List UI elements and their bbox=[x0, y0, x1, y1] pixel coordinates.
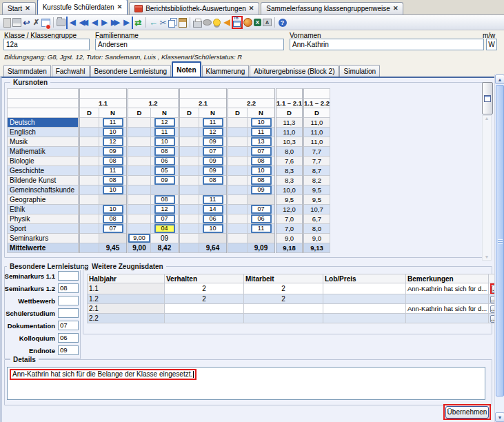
excel-export-icon[interactable]: X bbox=[253, 17, 262, 29]
grade-input[interactable]: 10 bbox=[99, 185, 128, 195]
delete-icon[interactable]: ✗ bbox=[32, 17, 41, 29]
grade-input[interactable]: 08 bbox=[99, 176, 128, 185]
grade-input[interactable]: 10 bbox=[99, 128, 128, 137]
endnote-input[interactable]: 09 bbox=[58, 345, 79, 355]
grade-input[interactable]: 09 bbox=[151, 176, 179, 185]
grade-input[interactable]: 14 bbox=[199, 205, 228, 214]
verhalten-cell[interactable]: 2 bbox=[165, 283, 244, 294]
lob-cell[interactable] bbox=[323, 294, 406, 304]
subject-cell[interactable]: Gemeinschaftskunde bbox=[8, 185, 79, 195]
grade-input[interactable]: 09 bbox=[99, 147, 128, 157]
tab-klammerung[interactable]: Klammerung bbox=[202, 65, 250, 77]
verhalten-cell[interactable] bbox=[165, 304, 244, 314]
dokumentation-input[interactable]: 07 bbox=[58, 321, 79, 330]
tab-sammelerfassung[interactable]: Sammelerfassung klassengruppenweise✕ bbox=[261, 2, 403, 14]
schuelerstudium-input[interactable] bbox=[58, 308, 79, 318]
scrollbar-thumb[interactable] bbox=[496, 85, 504, 396]
mw-input[interactable]: W bbox=[486, 39, 497, 50]
nav-fast-back-icon[interactable]: ◀◀ bbox=[78, 17, 90, 29]
grade-input[interactable]: 12 bbox=[151, 118, 179, 128]
mitarbeit-cell[interactable] bbox=[244, 314, 323, 323]
subject-cell[interactable]: Mathematik bbox=[8, 147, 79, 157]
tip-lightbulb-icon[interactable] bbox=[212, 17, 221, 29]
subject-cell[interactable]: Biologie bbox=[8, 157, 79, 166]
grade-input[interactable]: 08 bbox=[248, 157, 276, 166]
grade-input[interactable]: 11 bbox=[199, 195, 228, 205]
details-textarea[interactable]: Ann-Kathrin hat sich für die Belange der… bbox=[7, 367, 485, 400]
close-icon[interactable]: ✕ bbox=[117, 4, 123, 10]
grade-input[interactable]: 08 bbox=[151, 195, 179, 205]
subject-cell[interactable]: Sport bbox=[8, 224, 79, 234]
announce-icon[interactable] bbox=[222, 17, 231, 29]
back-arrow-icon[interactable]: ← bbox=[149, 17, 158, 29]
print-preview-icon[interactable] bbox=[203, 17, 212, 29]
grade-input[interactable]: 08 bbox=[151, 147, 179, 157]
subject-cell[interactable]: Bildende Kunst bbox=[8, 176, 79, 185]
grade-input[interactable]: 13 bbox=[248, 137, 276, 147]
seminarkurs-12-input[interactable]: 08 bbox=[58, 283, 79, 293]
grade-input[interactable]: 06 bbox=[151, 157, 179, 166]
uebernehmen-button[interactable]: Übernehmen bbox=[445, 406, 489, 419]
grade-input[interactable]: 11 bbox=[248, 128, 276, 137]
grade-input[interactable]: 07 bbox=[248, 147, 276, 157]
close-icon[interactable]: ✕ bbox=[249, 6, 254, 12]
subject-cell[interactable]: Musik bbox=[8, 137, 79, 147]
lob-cell[interactable] bbox=[323, 304, 406, 314]
grade-input[interactable]: 11 bbox=[99, 166, 128, 176]
tab-start[interactable]: Start✕ bbox=[2, 2, 36, 14]
grade-input[interactable]: 12 bbox=[199, 128, 228, 137]
grade-input-highlighted[interactable]: 04 bbox=[151, 224, 179, 234]
bemerkungen-cell[interactable]: Ann-Kathrin hat sich für d... bbox=[406, 304, 489, 314]
tab-simulation[interactable]: Simulation bbox=[339, 65, 380, 77]
nav-first-icon[interactable]: ◀ bbox=[66, 17, 77, 29]
subject-cell[interactable]: Geographie bbox=[8, 195, 79, 205]
cut-icon[interactable]: ✂ bbox=[159, 17, 168, 29]
copy-icon[interactable] bbox=[168, 17, 177, 29]
help-icon[interactable]: ? bbox=[278, 17, 287, 29]
tab-stammdaten[interactable]: Stammdaten bbox=[3, 65, 51, 77]
close-icon[interactable]: ✕ bbox=[25, 6, 30, 12]
tab-fachwahl[interactable]: Fachwahl bbox=[52, 65, 90, 77]
data-table-icon[interactable] bbox=[41, 17, 50, 29]
grade-input[interactable]: 10 bbox=[248, 166, 276, 176]
print-icon[interactable] bbox=[193, 17, 202, 29]
tab-besondere-lernleistung[interactable]: Besondere Lernleistung bbox=[90, 65, 172, 77]
subject-cell[interactable]: Deutsch bbox=[8, 118, 79, 128]
grade-input[interactable]: 08 bbox=[99, 157, 128, 166]
scroll-down-icon[interactable]: ▼ bbox=[485, 254, 490, 260]
grade-input[interactable]: 06 bbox=[199, 214, 228, 224]
grade-input[interactable]: 11 bbox=[99, 118, 128, 128]
mitarbeit-cell[interactable] bbox=[244, 304, 323, 314]
wettbewerb-input[interactable] bbox=[58, 296, 79, 305]
grade-input[interactable]: 09 bbox=[199, 157, 228, 166]
export-table-icon[interactable]: TB↓ bbox=[233, 17, 241, 28]
subject-cell[interactable]: Geschichte bbox=[8, 166, 79, 176]
tab-kursstufe-schuelerdaten[interactable]: Kursstufe Schülerdaten✕ bbox=[37, 0, 128, 14]
subject-cell[interactable]: Ethik bbox=[8, 205, 79, 214]
grade-input[interactable]: 9,00 bbox=[128, 234, 151, 243]
mitarbeit-cell[interactable]: 2 bbox=[244, 294, 323, 304]
refresh-icon[interactable]: ⇄ bbox=[134, 17, 143, 29]
undo-icon[interactable]: ↩ bbox=[22, 17, 31, 29]
grade-input[interactable]: 10 bbox=[248, 118, 276, 128]
kolloquium-input[interactable]: 06 bbox=[58, 333, 79, 343]
grade-input[interactable]: 12 bbox=[151, 205, 179, 214]
lob-cell[interactable] bbox=[323, 283, 406, 294]
grade-input[interactable]: 05 bbox=[151, 166, 179, 176]
scroll-up-icon[interactable]: ▲ bbox=[485, 116, 490, 121]
scrollbar-down-icon[interactable]: ▼ bbox=[495, 412, 504, 422]
column-chooser-button[interactable] bbox=[482, 82, 493, 114]
grade-input[interactable]: 06 bbox=[248, 214, 276, 224]
grade-input[interactable]: 09 bbox=[248, 185, 276, 195]
verhalten-cell[interactable]: 2 bbox=[165, 294, 244, 304]
grade-input[interactable]: 10 bbox=[99, 205, 128, 214]
grades-scrollbar[interactable]: ▲▼ bbox=[482, 115, 492, 261]
grade-input[interactable]: 10 bbox=[151, 137, 179, 147]
grade-input[interactable]: 07 bbox=[99, 224, 128, 234]
grade-input[interactable]: 11 bbox=[248, 224, 276, 234]
bemerkungen-cell[interactable]: Ann-Kathrin hat sich für d... bbox=[406, 283, 489, 294]
familienname-input[interactable]: Andersen bbox=[95, 39, 284, 50]
bemerkungen-cell[interactable] bbox=[406, 314, 489, 323]
nav-last-icon[interactable]: ▶ bbox=[122, 17, 133, 29]
save-icon[interactable] bbox=[12, 17, 21, 29]
